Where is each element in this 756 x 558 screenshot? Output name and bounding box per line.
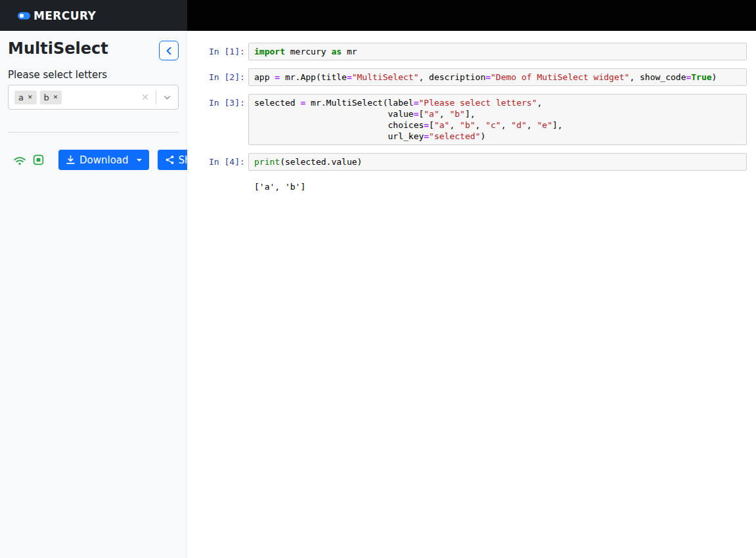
output-area: ['a', 'b'] — [209, 179, 747, 195]
cell-prompt: In [1]: — [209, 43, 246, 60]
brand-text: MERCURY — [33, 9, 96, 22]
notebook-area: In [1]:import mercury as mrIn [2]:app = … — [187, 31, 756, 558]
clear-values-icon[interactable]: ✕ — [135, 93, 156, 102]
chip-label: b — [40, 91, 51, 104]
sidebar-header: MultiSelect — [8, 39, 179, 60]
app-title: MultiSelect — [8, 39, 108, 58]
code-input: selected = mr.MultiSelect(label="Please … — [248, 94, 747, 145]
cell-output: ['a', 'b'] — [248, 179, 747, 195]
sidebar-divider — [8, 132, 179, 133]
code-input: print(selected.value) — [248, 153, 747, 171]
mercury-logo-icon — [18, 12, 30, 20]
share-icon — [165, 155, 175, 165]
caret-down-icon — [137, 159, 142, 161]
code-input: app = mr.App(title="MultiSelect", descri… — [248, 68, 747, 86]
code-cell: In [1]:import mercury as mr — [209, 43, 747, 60]
code-input: import mercury as mr — [248, 43, 747, 60]
code-cell: In [2]:app = mr.App(title="MultiSelect",… — [209, 68, 747, 86]
chip-remove-icon[interactable]: ✕ — [51, 92, 62, 102]
top-navbar: MERCURY — [0, 0, 756, 31]
wifi-connection-icon — [13, 154, 26, 167]
navbar-brand-area: MERCURY — [0, 0, 187, 31]
multiselect-values: a✕b✕ — [14, 91, 135, 104]
output-prompt — [209, 179, 246, 195]
cell-prompt: In [3]: — [209, 94, 246, 145]
download-button[interactable]: Download — [58, 150, 149, 170]
code-cell: In [4]:print(selected.value) — [209, 153, 747, 171]
sidebar-actions: Download Share — [8, 150, 179, 170]
cell-prompt: In [2]: — [209, 68, 246, 86]
status-icons — [13, 154, 45, 167]
chevron-left-icon — [165, 47, 173, 55]
cell-prompt: In [4]: — [209, 153, 246, 171]
kernel-status-icon — [32, 154, 45, 166]
value-chip: b✕ — [40, 91, 62, 104]
multiselect-input[interactable]: a✕b✕ ✕ — [8, 85, 179, 110]
chevron-down-icon[interactable] — [156, 92, 178, 103]
mercury-logo[interactable]: MERCURY — [18, 9, 96, 22]
value-chip: a✕ — [14, 91, 37, 104]
download-icon — [66, 155, 76, 165]
sidebar: MultiSelect Please select letters a✕b✕ ✕ — [0, 31, 187, 558]
collapse-sidebar-button[interactable] — [159, 41, 179, 60]
chip-label: a — [14, 91, 26, 104]
code-cell: In [3]:selected = mr.MultiSelect(label="… — [209, 94, 747, 145]
chip-remove-icon[interactable]: ✕ — [26, 92, 37, 102]
download-label: Download — [79, 154, 129, 166]
notebook-cells: In [1]:import mercury as mrIn [2]:app = … — [209, 43, 747, 195]
multiselect-label: Please select letters — [8, 69, 179, 81]
